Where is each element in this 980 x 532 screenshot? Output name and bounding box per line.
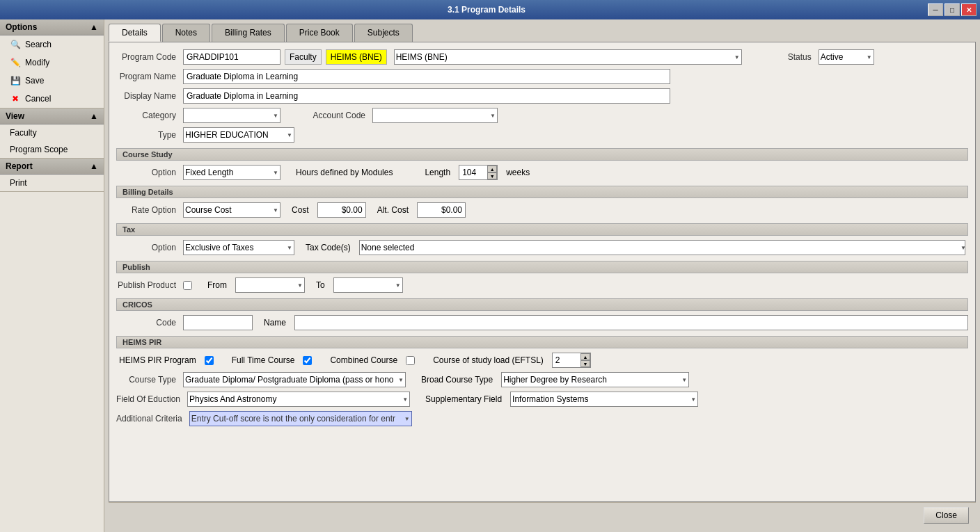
tax-code-label: Tax Code(s) xyxy=(306,243,351,252)
tax-row: Option Exclusive of Taxes Tax Code(s) No… xyxy=(116,240,968,255)
to-select-wrapper xyxy=(333,277,403,293)
length-input[interactable] xyxy=(459,166,487,179)
search-label: Search xyxy=(25,40,52,49)
alt-cost-label: Alt. Cost xyxy=(377,205,409,215)
close-button[interactable]: Close xyxy=(924,507,969,524)
sidebar-item-save[interactable]: 💾 Save xyxy=(0,72,104,90)
display-name-input[interactable] xyxy=(183,88,670,104)
full-time-course-checkbox[interactable] xyxy=(303,356,312,365)
publish-row: Publish Product From To xyxy=(116,277,968,293)
cricos-code-input[interactable] xyxy=(183,315,253,330)
cricos-code-label: Code xyxy=(116,318,179,328)
length-label: Length xyxy=(425,168,450,177)
report-label: Report xyxy=(6,161,33,171)
type-select[interactable]: HIGHER EDUCATION xyxy=(183,127,294,143)
length-spinner: ▲ ▼ xyxy=(459,165,498,180)
account-code-select[interactable] xyxy=(372,108,498,123)
type-select-wrapper: HIGHER EDUCATION xyxy=(183,127,294,143)
program-name-row: Program Name xyxy=(116,69,968,84)
type-label: Type xyxy=(116,130,179,140)
program-scope-label: Program Scope xyxy=(10,145,68,154)
status-select[interactable]: Active xyxy=(819,49,874,65)
report-header[interactable]: Report ▲ xyxy=(0,159,104,175)
cricos-name-input[interactable] xyxy=(294,315,968,330)
program-code-input[interactable] xyxy=(183,49,280,65)
type-row: Type HIGHER EDUCATION xyxy=(116,127,968,143)
combined-course-label: Combined Course xyxy=(330,355,397,365)
title-bar: 3.1 Program Details ─ □ ✕ xyxy=(0,0,980,19)
weeks-label: weeks xyxy=(506,168,530,177)
tab-notes[interactable]: Notes xyxy=(162,24,210,42)
tax-option-select-wrapper: Exclusive of Taxes xyxy=(183,240,294,255)
tab-billing-rates[interactable]: Billing Rates xyxy=(212,24,285,42)
course-of-study-down-button[interactable]: ▼ xyxy=(580,360,590,367)
sidebar: Options ▲ 🔍 Search ✏️ Modify 💾 Save ✖ Ca… xyxy=(0,19,104,532)
account-code-label: Account Code xyxy=(306,111,368,120)
modify-label: Modify xyxy=(25,58,49,67)
broad-course-type-select[interactable]: Higher Degree by Research xyxy=(501,372,689,387)
display-name-row: Display Name xyxy=(116,88,968,104)
minimize-button[interactable]: ─ xyxy=(928,3,943,16)
tax-code-select[interactable]: None selected xyxy=(359,240,965,255)
alt-cost-input[interactable] xyxy=(417,202,466,218)
field-of-education-row: Field Of Eduction Physics And Astronomy … xyxy=(116,392,968,407)
sidebar-item-modify[interactable]: ✏️ Modify xyxy=(0,54,104,72)
publish-product-label: Publish Product xyxy=(116,280,179,290)
length-up-button[interactable]: ▲ xyxy=(487,166,497,172)
field-of-education-select[interactable]: Physics And Astronomy xyxy=(187,392,410,407)
program-name-input[interactable] xyxy=(183,69,670,84)
course-of-study-input[interactable] xyxy=(553,353,580,367)
field-of-education-label: Field Of Eduction xyxy=(116,394,183,404)
report-collapse-icon: ▲ xyxy=(90,161,98,171)
from-select-wrapper xyxy=(235,277,305,293)
course-of-study-label: Course of study load (EFTSL) xyxy=(433,355,544,365)
program-code-row: Program Code Faculty HEIMS (BNE) HEIMS (… xyxy=(116,49,968,65)
sidebar-item-cancel[interactable]: ✖ Cancel xyxy=(0,90,104,108)
modify-icon: ✏️ xyxy=(10,57,21,68)
maximize-button[interactable]: □ xyxy=(945,3,960,16)
tab-details[interactable]: Details xyxy=(109,24,161,42)
additional-criteria-label: Additional Criteria xyxy=(116,414,185,424)
program-code-label: Program Code xyxy=(116,52,179,62)
sidebar-item-print[interactable]: Print xyxy=(0,175,104,191)
options-section: Options ▲ 🔍 Search ✏️ Modify 💾 Save ✖ Ca… xyxy=(0,19,104,108)
save-icon: 💾 xyxy=(10,75,21,86)
close-window-button[interactable]: ✕ xyxy=(961,3,977,16)
view-header[interactable]: View ▲ xyxy=(0,108,104,124)
sidebar-item-search[interactable]: 🔍 Search xyxy=(0,35,104,54)
view-section: View ▲ Faculty Program Scope xyxy=(0,108,104,159)
field-of-education-select-wrapper: Physics And Astronomy xyxy=(187,392,410,407)
publish-product-checkbox[interactable] xyxy=(183,281,192,290)
category-row: Category Account Code xyxy=(116,108,968,123)
rate-option-select[interactable]: Course Cost xyxy=(183,202,280,218)
supplementary-field-select[interactable]: Information Systems xyxy=(510,392,698,407)
heims-pir-program-checkbox[interactable] xyxy=(205,356,214,365)
from-select[interactable] xyxy=(235,277,305,293)
faculty-select[interactable]: HEIMS (BNE) xyxy=(394,49,742,65)
sidebar-item-program-scope[interactable]: Program Scope xyxy=(0,141,104,158)
course-type-select[interactable]: Graduate Diploma/ Postgraduate Diploma (… xyxy=(183,372,406,387)
bottom-bar: Close xyxy=(109,502,976,528)
program-name-label: Program Name xyxy=(116,72,179,81)
account-code-select-wrapper xyxy=(372,108,498,123)
tax-option-select[interactable]: Exclusive of Taxes xyxy=(183,240,294,255)
category-select[interactable] xyxy=(183,108,280,123)
window-title: 3.1 Program Details xyxy=(45,5,928,15)
cost-input[interactable] xyxy=(317,202,366,218)
combined-course-checkbox[interactable] xyxy=(406,356,415,365)
status-select-wrapper: Active xyxy=(819,49,874,65)
report-section: Report ▲ Print xyxy=(0,159,104,192)
additional-criteria-select[interactable]: Entry Cut-off score is not the only cons… xyxy=(189,411,412,426)
tax-header: Tax xyxy=(116,223,968,236)
options-header[interactable]: Options ▲ xyxy=(0,19,104,35)
length-down-button[interactable]: ▼ xyxy=(487,172,497,179)
course-of-study-up-button[interactable]: ▲ xyxy=(580,353,590,360)
option-select[interactable]: Fixed Length xyxy=(183,165,280,180)
additional-criteria-select-wrapper: Entry Cut-off score is not the only cons… xyxy=(189,411,412,426)
rate-option-label: Rate Option xyxy=(116,205,179,215)
tab-price-book[interactable]: Price Book xyxy=(286,24,353,42)
to-select[interactable] xyxy=(333,277,403,293)
broad-course-type-label: Broad Course Type xyxy=(421,375,493,385)
tab-subjects[interactable]: Subjects xyxy=(354,24,413,42)
sidebar-item-faculty[interactable]: Faculty xyxy=(0,124,104,141)
